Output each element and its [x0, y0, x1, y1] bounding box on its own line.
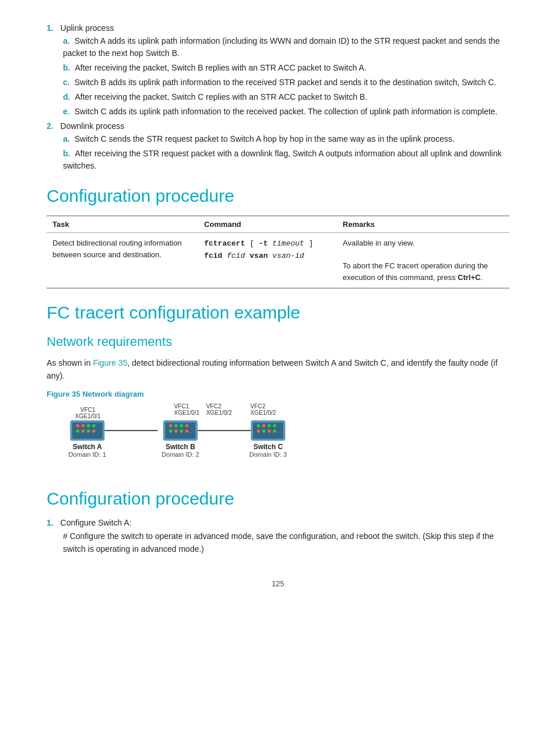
network-diagram: VFC1 XGE1/0/1 Switch A Domain ID: 1 VFC1… — [47, 403, 509, 475]
table-row: Detect bidirectional routing information… — [47, 233, 509, 289]
svg-point-14 — [169, 429, 173, 433]
fc-tracert-title: FC tracert configuration example — [47, 303, 509, 323]
list-item-2: Downlink process Switch C sends the STR … — [47, 121, 509, 172]
svg-point-26 — [273, 429, 276, 433]
switch-c-name: Switch C — [254, 443, 283, 451]
config-step-1-sub: # Configure the switch to operate in adv… — [63, 530, 509, 556]
svg-point-24 — [262, 429, 266, 433]
switch-b-name: Switch B — [166, 443, 195, 451]
switch-b-domain: Domain ID: 2 — [161, 451, 199, 458]
svg-point-20 — [262, 424, 266, 428]
svg-point-17 — [185, 429, 189, 433]
switch-a-vfc1-label: VFC1 — [80, 407, 96, 413]
command-cell: fctracert [ -t timeout ] fcid fcid vsan … — [198, 233, 337, 289]
svg-point-12 — [180, 424, 184, 428]
config-step-1-para: # Configure the switch to operate in adv… — [63, 530, 509, 556]
switch-a-xge-label: XGE1/0/1 — [75, 413, 101, 419]
svg-point-1 — [76, 424, 79, 428]
task-text: Detect bidirectional routing information… — [52, 239, 182, 259]
switch-b-vfc1-label: VFC1 — [174, 403, 189, 410]
switch-b-xge1-label: XGE1/0/1 — [174, 410, 199, 416]
uplink-label: Uplink process — [61, 23, 114, 33]
uplink-item-b: After receiving the packet, Switch B rep… — [63, 62, 509, 74]
switch-a-domain: Domain ID: 1 — [69, 451, 107, 458]
svg-point-22 — [273, 424, 276, 428]
uplink-item-e: Switch C adds its uplink path informatio… — [63, 106, 509, 118]
table-header-row: Task Command Remarks — [47, 216, 509, 233]
uplink-item-d: After receiving the packet, Switch C rep… — [63, 91, 509, 103]
col-task: Task — [47, 216, 198, 233]
downlink-sublist: Switch C sends the STR request packet to… — [63, 133, 509, 172]
config-step-1-label: Configure Switch A: — [61, 518, 132, 527]
switch-a-name: Switch A — [73, 443, 103, 451]
svg-point-16 — [180, 429, 184, 433]
uplink-item-a: Switch A adds its uplink path informatio… — [63, 35, 509, 60]
task-cell: Detect bidirectional routing information… — [47, 233, 198, 289]
switch-c-domain: Domain ID: 3 — [249, 451, 287, 458]
switch-c-vfc2-label: VFC2 — [251, 403, 266, 410]
downlink-item-b: After receiving the STR request packet w… — [63, 148, 509, 172]
page-number: 125 — [47, 579, 509, 588]
svg-point-7 — [87, 429, 90, 433]
downlink-item-a: Switch C sends the STR request packet to… — [63, 133, 509, 145]
switch-b-xge2-label: XGE1/0/2 — [206, 410, 232, 416]
figure-35-link[interactable]: Figure 35 — [93, 358, 127, 368]
svg-point-6 — [82, 429, 85, 433]
config-table: Task Command Remarks Detect bidirectiona… — [47, 215, 509, 289]
config-step-1: Configure Switch A: # Configure the swit… — [47, 518, 509, 556]
svg-point-10 — [169, 424, 173, 428]
config-procedure-title-2: Configuration procedure — [47, 489, 509, 509]
col-remarks: Remarks — [337, 216, 509, 233]
svg-point-23 — [257, 429, 261, 433]
network-req-title: Network requirements — [47, 334, 509, 349]
svg-point-13 — [185, 424, 189, 428]
svg-point-8 — [92, 429, 96, 433]
svg-point-3 — [87, 424, 90, 428]
figure-label: Figure 35 Network diagram — [47, 390, 509, 398]
uplink-item-c: Switch B adds its uplink path informatio… — [63, 76, 509, 89]
svg-point-21 — [268, 424, 271, 428]
config-steps-list: Configure Switch A: # Configure the swit… — [47, 518, 509, 556]
main-list: Uplink process Switch A adds its uplink … — [47, 23, 509, 172]
svg-point-19 — [257, 424, 261, 428]
svg-point-15 — [174, 429, 178, 433]
switch-c-xge-label: XGE1/0/2 — [251, 410, 276, 416]
list-item-1: Uplink process Switch A adds its uplink … — [47, 23, 509, 118]
svg-point-4 — [92, 424, 96, 428]
diagram-svg: VFC1 XGE1/0/1 Switch A Domain ID: 1 VFC1… — [47, 403, 350, 473]
network-req-para: As shown in Figure 35, detect bidirectio… — [47, 356, 509, 383]
svg-point-25 — [268, 429, 271, 433]
col-command: Command — [198, 216, 337, 233]
remarks-cell: Available in any view. To abort the FC t… — [337, 233, 509, 289]
svg-point-5 — [76, 429, 79, 433]
switch-b-vfc2-label: VFC2 — [206, 403, 221, 410]
config-procedure-title-1: Configuration procedure — [47, 186, 509, 206]
downlink-label: Downlink process — [61, 121, 125, 131]
svg-point-11 — [174, 424, 178, 428]
svg-point-2 — [82, 424, 85, 428]
uplink-sublist: Switch A adds its uplink path informatio… — [63, 35, 509, 118]
command-code: fctracert [ -t timeout ] fcid fcid vsan … — [204, 239, 313, 260]
